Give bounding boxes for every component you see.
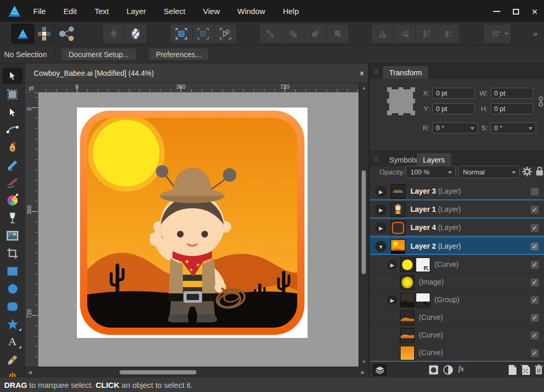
horizontal-scrollbar[interactable]: ◀ ▶ bbox=[25, 367, 368, 377]
insert-behind-button[interactable] bbox=[416, 24, 437, 43]
artistic-text-tool[interactable]: A bbox=[3, 334, 22, 349]
document-tab[interactable]: Cowboy_Babee.ai [Modified] (44.4%) x bbox=[25, 63, 368, 83]
layer-row-layer3[interactable]: ▶ Layer 3 (Layer) bbox=[370, 183, 544, 200]
layer-visibility-checkbox[interactable]: ✓ bbox=[530, 224, 539, 232]
insert-inside-button[interactable] bbox=[438, 24, 460, 43]
blend-mode-dropdown[interactable]: Normal bbox=[458, 166, 520, 178]
rectangle-tool[interactable] bbox=[3, 263, 22, 279]
layer-row-layer4[interactable]: ▶ Layer 4 (Layer) ✓ bbox=[370, 219, 544, 237]
scroll-right-arrow[interactable]: ▶ bbox=[361, 370, 365, 375]
pen-tool[interactable] bbox=[3, 140, 22, 155]
move-to-back-button[interactable] bbox=[260, 24, 282, 43]
layer-row-layer1[interactable]: ▶ Layer 1 (Layer) ✓ bbox=[370, 201, 544, 219]
w-input[interactable] bbox=[490, 88, 533, 99]
layer-visibility-checkbox[interactable]: ✓ bbox=[530, 296, 539, 304]
colour-picker-tool[interactable] bbox=[3, 352, 22, 368]
tab-transform[interactable]: Transform bbox=[383, 66, 428, 79]
detach-symbol-button[interactable] bbox=[125, 24, 147, 43]
layer-row-curve-sun[interactable]: ▶ (Curve) ✓ bbox=[370, 256, 544, 274]
adjustment-layer-icon[interactable] bbox=[443, 365, 453, 375]
scroll-left-arrow[interactable]: ◀ bbox=[28, 370, 32, 375]
link-dimensions-icon[interactable] bbox=[538, 96, 543, 108]
shear-dropdown[interactable]: 0 ° bbox=[490, 123, 536, 133]
layer-visibility-checkbox[interactable]: ✓ bbox=[530, 349, 539, 357]
ruler-unit-button[interactable]: pt bbox=[25, 83, 38, 92]
panel-grip-icon[interactable] bbox=[374, 156, 378, 161]
canvas-viewport[interactable] bbox=[38, 92, 359, 367]
expand-arrow-icon[interactable]: ▶ bbox=[375, 186, 387, 197]
expand-arrow-icon[interactable]: ▶ bbox=[375, 222, 387, 234]
maximize-button[interactable] bbox=[508, 6, 524, 17]
node-tool[interactable] bbox=[3, 104, 22, 120]
flip-vertical-button[interactable] bbox=[394, 24, 416, 43]
pixel-snapping-button[interactable] bbox=[193, 24, 215, 43]
close-button[interactable]: ✕ bbox=[527, 6, 542, 17]
lock-icon[interactable] bbox=[536, 167, 543, 175]
menu-edit[interactable]: Edit bbox=[63, 7, 77, 16]
preferences-button[interactable]: Preferences... bbox=[148, 48, 209, 61]
layer-visibility-checkbox[interactable]: ✓ bbox=[530, 242, 539, 251]
star-tool[interactable] bbox=[3, 316, 22, 332]
artboard-tool[interactable] bbox=[3, 87, 22, 102]
menu-select[interactable]: Select bbox=[164, 7, 185, 16]
export-persona-button[interactable] bbox=[58, 26, 76, 42]
designer-persona-button[interactable] bbox=[11, 24, 34, 44]
h-input[interactable] bbox=[490, 103, 533, 114]
mask-layer-icon[interactable] bbox=[429, 365, 439, 375]
expand-arrow-icon[interactable]: ▶ bbox=[387, 260, 397, 270]
blend-options-gear-icon[interactable] bbox=[522, 167, 532, 177]
document-setup-button[interactable]: Document Setup... bbox=[61, 48, 137, 61]
panel-grip-icon[interactable] bbox=[374, 69, 378, 74]
layer-row-layer2[interactable]: ▼ Layer 2 (Layer) ✓ bbox=[370, 237, 544, 255]
horizontal-scroll-thumb[interactable] bbox=[120, 370, 196, 374]
menu-view[interactable]: View bbox=[203, 7, 220, 16]
pencil-tool[interactable] bbox=[3, 157, 22, 173]
menu-text[interactable]: Text bbox=[95, 7, 109, 16]
fill-tool[interactable] bbox=[3, 193, 22, 208]
menu-help[interactable]: Help bbox=[283, 7, 299, 16]
delete-layer-icon[interactable] bbox=[535, 364, 543, 375]
alignment-dropdown-button[interactable] bbox=[484, 24, 511, 43]
menu-file[interactable]: File bbox=[33, 7, 46, 16]
new-pixel-layer-icon[interactable] bbox=[521, 364, 530, 375]
tab-layers[interactable]: Layers bbox=[417, 153, 451, 166]
anchor-point-selector[interactable] bbox=[389, 89, 413, 113]
document-tab-close-icon[interactable]: x bbox=[360, 69, 364, 77]
expand-arrow-icon[interactable]: ▶ bbox=[387, 295, 397, 305]
flip-horizontal-button[interactable] bbox=[371, 24, 393, 43]
new-layer-icon[interactable] bbox=[508, 364, 517, 375]
layer-row-group[interactable]: ▶ (Group) ✓ bbox=[370, 291, 544, 309]
layer-row-image-sun[interactable]: (Image) ✓ bbox=[370, 274, 544, 291]
y-input[interactable] bbox=[432, 103, 475, 114]
vector-crop-tool[interactable] bbox=[3, 246, 22, 261]
opacity-dropdown[interactable]: 100 % bbox=[406, 166, 456, 178]
forward-one-button[interactable] bbox=[304, 24, 326, 43]
move-to-front-button[interactable] bbox=[327, 24, 349, 43]
create-symbol-button[interactable] bbox=[103, 24, 125, 43]
collapse-arrow-icon[interactable]: ▼ bbox=[375, 241, 387, 252]
layer-visibility-checkbox[interactable]: ✓ bbox=[530, 314, 539, 322]
pixel-persona-button[interactable] bbox=[37, 26, 51, 41]
vertical-scroll-thumb[interactable] bbox=[362, 170, 366, 274]
layer-visibility-checkbox[interactable] bbox=[530, 187, 539, 196]
layer-row-curve-dune2[interactable]: (Curve) ✓ bbox=[370, 327, 544, 344]
rounded-rectangle-tool[interactable] bbox=[3, 299, 22, 314]
ellipse-tool[interactable] bbox=[3, 281, 22, 296]
layer-visibility-checkbox[interactable]: ✓ bbox=[530, 331, 539, 340]
rotation-dropdown[interactable]: 0 ° bbox=[432, 123, 478, 133]
layer-effects-button[interactable]: fx bbox=[458, 364, 464, 373]
layer-visibility-checkbox[interactable]: ✓ bbox=[530, 278, 539, 287]
vertical-scrollbar[interactable]: ▲ ▼ bbox=[359, 83, 368, 367]
layer-row-curve-dune1[interactable]: (Curve) ✓ bbox=[370, 309, 544, 327]
point-transform-tool[interactable] bbox=[3, 122, 22, 138]
scroll-up-arrow[interactable]: ▲ bbox=[362, 85, 366, 90]
snap-to-object-button[interactable] bbox=[215, 24, 236, 43]
layer-row-curve-bg[interactable]: (Curve) ✓ bbox=[370, 344, 544, 362]
move-tool[interactable] bbox=[3, 68, 22, 84]
scroll-down-arrow[interactable]: ▼ bbox=[362, 359, 366, 364]
document-page[interactable] bbox=[77, 107, 308, 338]
back-one-button[interactable] bbox=[282, 24, 304, 43]
expand-arrow-icon[interactable]: ▶ bbox=[375, 204, 387, 215]
layer-visibility-checkbox[interactable]: ✓ bbox=[530, 261, 539, 269]
snapping-toggle-button[interactable] bbox=[170, 24, 192, 43]
